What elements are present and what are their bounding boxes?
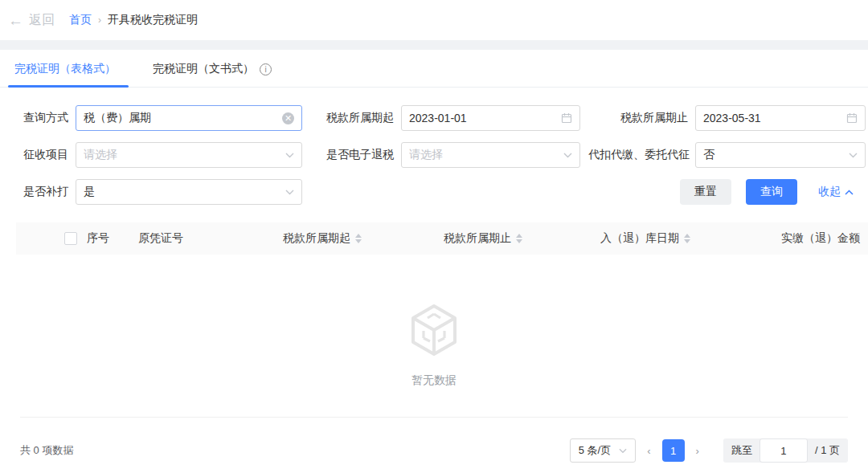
jump-page-input[interactable]: 1 — [760, 438, 808, 463]
empty-state: 暂无数据 — [0, 300, 868, 388]
collapse-toggle[interactable]: 收起 — [818, 185, 854, 199]
period-end-label: 税款所属期止 — [588, 111, 688, 125]
footer-divider — [20, 417, 848, 418]
pagination-bar: 共 0 项数据 5 条/页 ‹ 1 › 跳至 1 / 1 页 — [0, 438, 868, 463]
next-page-button[interactable]: › — [696, 445, 699, 457]
levy-item-label: 征收项目 — [20, 148, 68, 162]
chevron-down-icon — [285, 190, 294, 195]
e-refund-placeholder: 请选择 — [409, 148, 563, 162]
col-period-start[interactable]: 税款所属期起 — [283, 231, 444, 246]
sort-icon[interactable] — [516, 234, 522, 243]
query-mode-label: 查询方式 — [20, 111, 68, 125]
search-button[interactable]: 查询 — [746, 179, 797, 205]
e-refund-label: 是否电子退税 — [320, 148, 394, 162]
col-seq: 序号 — [87, 231, 138, 246]
tab-certificate-document-format[interactable]: 完税证明（文书式） i — [148, 50, 276, 87]
withholding-select[interactable]: 否 — [695, 142, 866, 168]
calendar-icon — [846, 112, 858, 124]
period-start-value: 2023-01-01 — [409, 112, 561, 124]
withholding-value: 否 — [703, 148, 849, 162]
empty-box-icon — [403, 300, 465, 361]
col-period-end[interactable]: 税款所属期止 — [444, 231, 600, 246]
section-divider-band — [0, 40, 868, 50]
period-end-date-input[interactable]: 2023-05-31 — [695, 105, 866, 131]
total-count-text: 共 0 项数据 — [20, 443, 73, 458]
period-start-label: 税款所属期起 — [320, 111, 394, 125]
current-page-button[interactable]: 1 — [662, 439, 685, 462]
calendar-icon — [561, 112, 572, 124]
sort-icon[interactable] — [355, 234, 362, 243]
filter-row-2: 征收项目 请选择 是否电子退税 请选择 代扣代缴、委托代征 否 — [20, 142, 854, 168]
collapse-label: 收起 — [818, 185, 841, 199]
chevron-down-icon — [285, 153, 294, 158]
tab-certificate-table-format[interactable]: 完税证明（表格式） — [10, 50, 121, 87]
query-mode-value: 税（费）属期 — [84, 111, 282, 125]
levy-item-placeholder: 请选择 — [84, 148, 285, 162]
tab-label: 完税证明（文书式） — [153, 62, 254, 76]
reprint-value: 是 — [84, 185, 285, 199]
filter-panel: 查询方式 税（费）属期 ✕ 税款所属期起 2023-01-01 税款所属期止 2… — [0, 88, 868, 205]
filter-row-3: 是否补打 是 重置 查询 收起 — [20, 179, 854, 205]
sort-icon[interactable] — [684, 234, 690, 243]
total-pages-text: / 1 页 — [815, 443, 840, 458]
filter-row-1: 查询方式 税（费）属期 ✕ 税款所属期起 2023-01-01 税款所属期止 2… — [20, 105, 854, 131]
col-paid-amount: 实缴（退）金额 — [747, 231, 868, 246]
withholding-label: 代扣代缴、委托代征 — [588, 148, 688, 162]
clear-icon[interactable]: ✕ — [282, 112, 294, 124]
reset-button[interactable]: 重置 — [680, 179, 731, 205]
jump-to-page-group: 跳至 1 / 1 页 — [723, 438, 848, 463]
chevron-down-icon — [619, 448, 627, 454]
info-icon[interactable]: i — [260, 63, 272, 75]
breadcrumb-separator: › — [98, 14, 101, 26]
select-all-checkbox[interactable] — [64, 232, 77, 245]
tab-label: 完税证明（表格式） — [14, 62, 116, 76]
back-label: 返回 — [29, 12, 55, 29]
jump-label: 跳至 — [731, 443, 752, 458]
topbar: ← 返回 首页 › 开具税收完税证明 — [0, 0, 868, 40]
chevron-up-icon — [845, 190, 854, 195]
query-mode-input[interactable]: 税（费）属期 ✕ — [76, 105, 302, 131]
reprint-select[interactable]: 是 — [76, 179, 302, 205]
chevron-down-icon — [849, 153, 858, 158]
levy-item-select[interactable]: 请选择 — [76, 142, 302, 168]
empty-text: 暂无数据 — [411, 373, 457, 388]
page-size-select[interactable]: 5 条/页 — [570, 438, 636, 463]
col-original-doc-no: 原凭证号 — [138, 231, 283, 246]
back-arrow-icon: ← — [8, 13, 23, 28]
back-button[interactable]: ← 返回 — [8, 12, 55, 29]
prev-page-button[interactable]: ‹ — [647, 445, 650, 457]
tab-bar: 完税证明（表格式） 完税证明（文书式） i — [0, 50, 868, 88]
period-start-date-input[interactable]: 2023-01-01 — [401, 105, 580, 131]
chevron-down-icon — [563, 153, 572, 158]
period-end-value: 2023-05-31 — [703, 112, 846, 124]
table-header-row: 序号 原凭证号 税款所属期起 税款所属期止 入（退）库日期 实缴（退）金额 — [16, 222, 868, 255]
col-treasury-date[interactable]: 入（退）库日期 — [600, 231, 747, 246]
breadcrumb-home-link[interactable]: 首页 — [69, 13, 92, 27]
reprint-label: 是否补打 — [20, 185, 68, 199]
page-size-value: 5 条/页 — [579, 443, 611, 458]
breadcrumb-current: 开具税收完税证明 — [108, 13, 198, 27]
e-refund-select[interactable]: 请选择 — [401, 142, 580, 168]
breadcrumb: 首页 › 开具税收完税证明 — [69, 13, 198, 27]
